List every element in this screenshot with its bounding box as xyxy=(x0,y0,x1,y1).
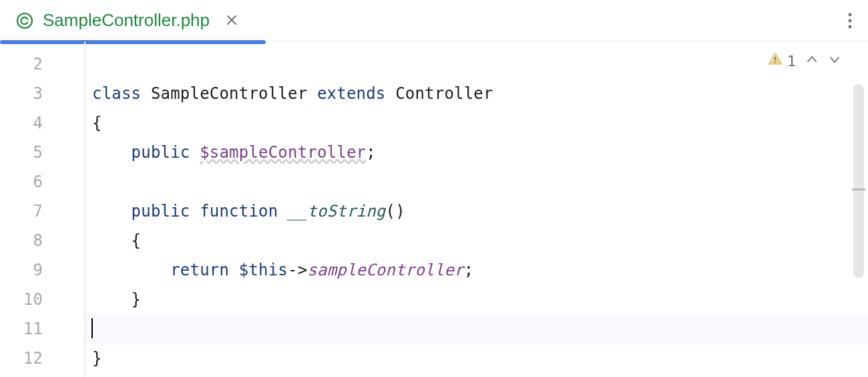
caret xyxy=(91,318,93,338)
keyword: return xyxy=(170,261,229,279)
code-line[interactable]: { xyxy=(85,108,868,138)
class-name: Controller xyxy=(395,84,493,103)
line-number[interactable]: 4 xyxy=(0,108,84,138)
function-name: __toString xyxy=(288,202,386,221)
line-number[interactable]: 5 xyxy=(0,138,84,167)
brace: { xyxy=(92,114,102,132)
line-number[interactable]: 9 xyxy=(0,255,84,285)
line-number[interactable]: 10 xyxy=(0,285,84,314)
editor-tab[interactable]: SampleController.php xyxy=(0,0,250,41)
keyword: class xyxy=(92,84,141,103)
brace: } xyxy=(132,290,142,309)
line-number[interactable]: 2 xyxy=(0,49,84,79)
punct: () xyxy=(386,202,405,221)
keyword: function xyxy=(200,202,278,221)
svg-rect-5 xyxy=(775,61,776,63)
code-line[interactable]: public $sampleController; xyxy=(85,138,868,167)
svg-point-2 xyxy=(849,19,852,22)
code-line[interactable]: } xyxy=(85,285,868,314)
code-line[interactable]: class SampleController extends Controlle… xyxy=(85,79,868,108)
warning-count: 1 xyxy=(787,53,796,70)
line-number-gutter: 2 3 4 5 6 7 8 9 10 11 12 xyxy=(0,41,85,377)
kebab-menu-icon[interactable] xyxy=(848,13,852,29)
punct: -> xyxy=(288,261,307,279)
editor-area: 2 3 4 5 6 7 8 9 10 11 12 class SampleCon… xyxy=(0,41,868,377)
prev-highlight-icon[interactable] xyxy=(803,51,821,70)
property: sampleController xyxy=(307,261,463,279)
svg-rect-4 xyxy=(775,57,776,60)
inspection-indicators: 1 xyxy=(767,51,844,71)
line-number[interactable]: 7 xyxy=(0,197,84,226)
warning-icon[interactable] xyxy=(767,51,783,71)
next-highlight-icon[interactable] xyxy=(825,51,844,70)
code-line[interactable] xyxy=(85,49,868,79)
svg-point-3 xyxy=(849,25,852,28)
code-line[interactable] xyxy=(85,167,868,197)
class-name: SampleController xyxy=(151,84,307,103)
punct: ; xyxy=(464,261,474,279)
code-line[interactable]: { xyxy=(85,226,868,255)
code-content[interactable]: class SampleController extends Controlle… xyxy=(85,41,868,377)
code-line[interactable]: public function __toString() xyxy=(85,197,868,226)
punct: ; xyxy=(366,143,376,162)
line-number[interactable]: 11 xyxy=(0,314,84,344)
brace: { xyxy=(132,231,142,250)
variable: $sampleController xyxy=(200,143,366,162)
tab-bar: SampleController.php xyxy=(0,0,868,41)
line-number[interactable]: 3 xyxy=(0,79,84,108)
svg-point-1 xyxy=(849,13,852,16)
code-line-current[interactable] xyxy=(85,314,868,344)
keyword: public xyxy=(132,202,190,221)
class-file-icon xyxy=(16,12,33,29)
close-icon[interactable] xyxy=(226,11,238,30)
tab-title: SampleController.php xyxy=(43,10,210,31)
scrollbar-marker[interactable] xyxy=(852,188,865,191)
scrollbar-track[interactable] xyxy=(853,84,864,278)
keyword: extends xyxy=(317,84,386,103)
keyword: public xyxy=(132,143,190,162)
this-keyword: $this xyxy=(239,261,288,279)
line-number[interactable]: 6 xyxy=(0,167,84,197)
svg-point-0 xyxy=(17,13,32,28)
code-line[interactable]: } xyxy=(85,344,868,373)
code-line[interactable]: return $this->sampleController; xyxy=(85,255,868,285)
line-number[interactable]: 12 xyxy=(0,344,84,373)
line-number[interactable]: 8 xyxy=(0,226,84,255)
brace: } xyxy=(92,349,102,368)
